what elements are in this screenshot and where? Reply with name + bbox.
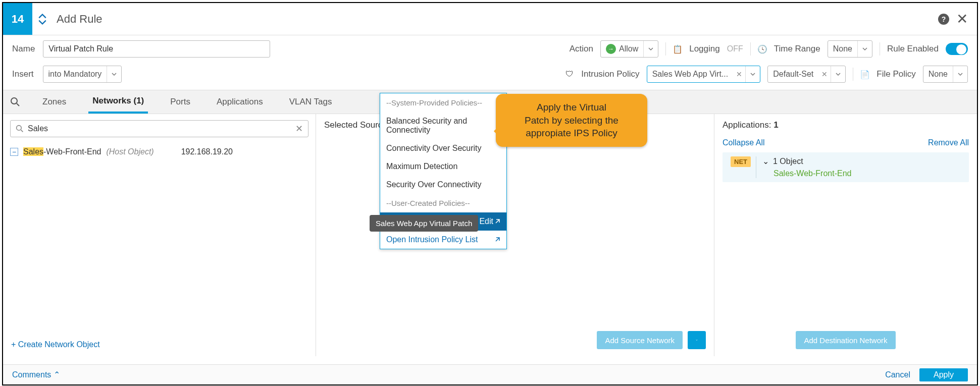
variable-set-value: Default-Set: [768, 70, 818, 79]
action-label: Action: [570, 44, 593, 54]
svg-line-5: [21, 130, 23, 132]
form-row-2: Insert into Mandatory 🛡 Intrusion Policy…: [3, 63, 977, 90]
chevron-down-icon[interactable]: [831, 66, 845, 82]
apply-button[interactable]: Apply: [919, 368, 968, 381]
allow-icon: [606, 44, 616, 54]
svg-point-2: [11, 98, 17, 104]
time-range-value: None: [828, 44, 857, 53]
name-input[interactable]: [43, 40, 270, 58]
shield-icon: 🛡: [565, 70, 574, 79]
selected-destinations-panel: Applications: 1 Collapse All Remove All …: [714, 114, 977, 356]
chevron-down-icon[interactable]: [953, 66, 967, 82]
clear-search-icon[interactable]: ✕: [295, 123, 303, 134]
variable-set-dropdown[interactable]: Default-Set ✕: [767, 66, 846, 83]
available-networks-panel: ✕ − Sales-Web-Front-End (Host Object) 19…: [3, 114, 316, 356]
rule-number-spinner[interactable]: [32, 13, 53, 25]
rule-number-badge: 14: [3, 3, 32, 35]
file-policy-dropdown[interactable]: None: [923, 66, 968, 83]
close-icon[interactable]: ✕: [956, 11, 968, 27]
remove-all-link[interactable]: Remove All: [928, 138, 969, 147]
tab-vlan-tags[interactable]: VLAN Tags: [285, 90, 336, 114]
external-link-icon: [494, 237, 500, 243]
object-count: 1 Object: [773, 157, 803, 166]
comments-toggle[interactable]: Comments ⌃: [12, 370, 60, 379]
annotation-callout: Apply the Virtual Patch by selecting the…: [496, 94, 647, 147]
selected-sources-panel: Selected Sources: 0 Add Source Network: [316, 114, 714, 356]
external-link-icon: [494, 218, 500, 225]
search-text[interactable]: [28, 124, 291, 133]
destination-group-row: NET ⌄ 1 Object Sales-Web-Front-End: [723, 152, 969, 182]
add-rule-dialog: 14 Add Rule ? ✕ Name Action Allow 📋 Logg…: [2, 2, 978, 385]
menu-item-security[interactable]: Security Over Connectivity: [380, 176, 506, 194]
menu-item-open-policy-list[interactable]: Open Intrusion Policy List: [380, 231, 506, 249]
insert-label: Insert: [12, 69, 34, 79]
time-range-dropdown[interactable]: None: [828, 40, 872, 58]
action-value: Allow: [619, 44, 638, 53]
collapse-icon[interactable]: −: [10, 148, 18, 156]
insert-dropdown[interactable]: into Mandatory: [43, 66, 122, 83]
add-source-network-button[interactable]: Add Source Network: [597, 331, 683, 349]
menu-group-system: --System-Provided Policies--: [380, 93, 506, 112]
file-policy-label: File Policy: [876, 69, 915, 79]
insert-value: into Mandatory: [43, 70, 107, 79]
object-type: (Host Object): [106, 147, 153, 156]
name-label: Name: [12, 44, 35, 54]
menu-item-max-detection[interactable]: Maximum Detection: [380, 157, 506, 176]
network-object-row[interactable]: − Sales-Web-Front-End (Host Object) 192.…: [3, 143, 316, 160]
dialog-footer: Comments ⌃ Cancel Apply: [3, 364, 977, 384]
dialog-title-bar: 14 Add Rule ? ✕: [3, 3, 977, 35]
time-range-label: Time Range: [774, 44, 820, 54]
collapse-all-link[interactable]: Collapse All: [723, 138, 765, 147]
chevron-down-icon[interactable]: [38, 19, 47, 25]
cancel-button[interactable]: Cancel: [885, 370, 910, 379]
svg-text:?: ?: [942, 15, 946, 23]
rule-enabled-label: Rule Enabled: [887, 44, 939, 54]
search-icon[interactable]: [10, 97, 20, 107]
create-network-object-link[interactable]: + Create Network Object: [11, 340, 100, 349]
destinations-header: Applications: 1: [714, 114, 977, 136]
chevron-down-icon[interactable]: [745, 66, 760, 82]
logging-label: Logging: [689, 44, 720, 54]
file-policy-icon: 📄: [860, 70, 869, 79]
net-badge: NET: [731, 156, 751, 167]
add-source-dropdown-button[interactable]: [688, 331, 706, 349]
menu-group-user: --User-Created Policies--: [380, 194, 506, 212]
form-row-1: Name Action Allow 📋 Logging OFF 🕓 Time R…: [3, 35, 977, 63]
object-ip: 192.168.19.20: [181, 147, 233, 156]
chevron-down-icon[interactable]: [643, 41, 658, 57]
tab-zones[interactable]: Zones: [38, 90, 70, 114]
chevron-down-icon[interactable]: [857, 41, 872, 57]
chevron-down-icon[interactable]: [107, 66, 121, 82]
clear-icon[interactable]: ✕: [818, 70, 831, 78]
svg-line-3: [17, 103, 19, 106]
clear-icon[interactable]: ✕: [733, 70, 745, 78]
help-icon[interactable]: ?: [938, 14, 949, 25]
rule-enabled-toggle[interactable]: [946, 43, 968, 55]
tab-ports[interactable]: Ports: [166, 90, 194, 114]
object-name: Sales-Web-Front-End: [23, 147, 101, 156]
logging-icon: 📋: [673, 44, 682, 53]
intrusion-policy-value: Sales Web App Virt...: [647, 70, 734, 79]
file-policy-value: None: [923, 70, 953, 79]
time-range-icon: 🕓: [758, 44, 767, 53]
logging-status: OFF: [727, 44, 743, 53]
menu-item-tooltip: Sales Web App Virtual Patch: [370, 215, 478, 232]
menu-item-connectivity[interactable]: Connectivity Over Security: [380, 139, 506, 157]
action-dropdown[interactable]: Allow: [600, 40, 658, 58]
dialog-title: Add Rule: [57, 13, 102, 26]
svg-point-4: [17, 126, 22, 131]
intrusion-policy-dropdown[interactable]: Sales Web App Virt... ✕: [647, 66, 761, 83]
destination-object-name[interactable]: Sales-Web-Front-End: [762, 169, 851, 178]
object-search-input[interactable]: ✕: [10, 120, 308, 137]
chevron-down-icon[interactable]: ⌄: [762, 156, 769, 166]
add-destination-network-button[interactable]: Add Destination Network: [796, 331, 895, 349]
tab-applications[interactable]: Applications: [213, 90, 267, 114]
search-icon: [16, 125, 24, 133]
tab-networks[interactable]: Networks (1): [88, 90, 148, 114]
intrusion-policy-label: Intrusion Policy: [581, 69, 639, 79]
chevron-up-icon[interactable]: [38, 13, 47, 19]
